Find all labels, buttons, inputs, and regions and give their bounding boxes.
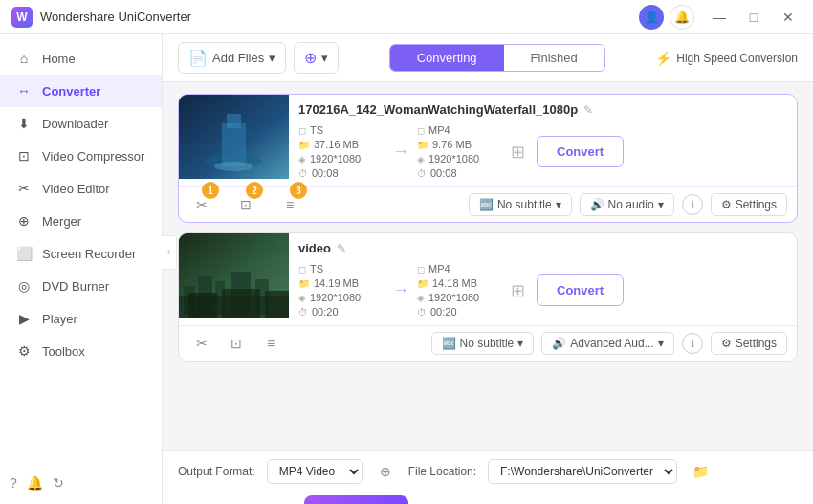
target-format-1: ◻ MP4 [417, 124, 503, 136]
close-button[interactable]: ✕ [775, 4, 802, 31]
sidebar-item-label: Toolbox [42, 344, 85, 359]
sidebar: ⌂ Home ↔ Converter ⬇ Downloader ⊡ Video … [0, 34, 163, 504]
file-meta-1: ◻ TS 📁 37.16 MB ◈ 1920*1080 [298, 124, 787, 179]
settings-icon-area-1: ⊞ [511, 142, 525, 163]
convert-button-2[interactable]: Convert [537, 274, 624, 306]
file-card-controls-2: ✂ ⊡ ≡ 🔤 No subtitle ▾ 🔊 Advanced Aud... … [179, 325, 797, 361]
sidebar-item-label: Player [42, 312, 77, 326]
sidebar-item-player[interactable]: ▶ Player [0, 302, 162, 335]
target-duration-1: ⏱ 00:08 [417, 167, 503, 179]
settings-button-2[interactable]: ⚙ Settings [711, 332, 787, 355]
target-size-2: 📁 14.18 MB [417, 277, 503, 289]
convert-button-1[interactable]: Convert [537, 136, 624, 167]
sidebar-item-label: Downloader [42, 117, 108, 131]
sidebar-item-downloader[interactable]: ⬇ Downloader [0, 107, 162, 140]
file-thumbnail-1 [179, 95, 289, 179]
effects-icon-2[interactable]: ≡ [257, 332, 284, 355]
file-card-top-2: video ✎ ◻ TS 📁 14.19 [179, 233, 797, 325]
converter-icon: ↔ [15, 83, 33, 99]
source-meta-1: ◻ TS 📁 37.16 MB ◈ 1920*1080 [298, 124, 385, 179]
source-duration-1: ⏱ 00:08 [298, 167, 385, 179]
sidebar-item-label: DVD Burner [42, 279, 109, 294]
toolbar: 📄 Add Files ▾ ⊕ ▾ Converting Finished ⚡ … [163, 34, 813, 82]
second-toolbar-button[interactable]: ⊕ ▾ [294, 42, 339, 74]
second-tb-icon: ⊕ [304, 49, 317, 67]
sidebar-item-label: Video Compressor [42, 149, 144, 164]
refresh-icon[interactable]: ↻ [53, 475, 64, 491]
content-area: 📄 Add Files ▾ ⊕ ▾ Converting Finished ⚡ … [163, 34, 813, 504]
sidebar-item-video-editor[interactable]: ✂ Video Editor [0, 172, 162, 205]
dvd-burner-icon: ◎ [15, 278, 33, 294]
file-info-1: 170216A_142_WomanWatchingWaterfall_1080p… [289, 95, 797, 186]
sidebar-item-video-compressor[interactable]: ⊡ Video Compressor [0, 140, 162, 172]
sidebar-item-merger[interactable]: ⊕ Merger [0, 205, 162, 237]
second-tb-dropdown: ▾ [321, 51, 328, 65]
app-title: Wondershare UniConverter [40, 10, 639, 24]
crop-badge-1: 2 [246, 182, 263, 199]
file-card-1: 170216A_142_WomanWatchingWaterfall_1080p… [178, 94, 798, 223]
t-size-icon: 📁 [417, 140, 428, 150]
dur-icon: ⏱ [298, 168, 308, 179]
subtitle-icon-1: 🔤 [479, 198, 494, 211]
info-icon-2[interactable]: ℹ [682, 333, 703, 354]
crop-icon-2[interactable]: ⊡ [223, 332, 250, 355]
sidebar-item-dvd-burner[interactable]: ◎ DVD Burner [0, 270, 162, 302]
file-location-select[interactable]: F:\Wondershare\UniConverter [488, 459, 677, 484]
file-thumbnail-2 [179, 233, 289, 318]
sidebar-item-label: Screen Recorder [42, 247, 136, 261]
target-duration-2: ⏱ 00:20 [417, 306, 503, 318]
file-edit-icon-1[interactable]: ✎ [583, 103, 593, 117]
bottom-bar: Output Format: MP4 Video ⊕ File Location… [163, 450, 813, 504]
file-edit-icon-2[interactable]: ✎ [337, 242, 346, 255]
source-resolution-1: ◈ 1920*1080 [298, 153, 385, 164]
subtitle-dropdown-1[interactable]: 🔤 No subtitle ▾ [469, 193, 572, 216]
format-icon: ◻ [298, 125, 306, 136]
bell-icon[interactable]: 🔔 [670, 5, 694, 30]
output-format-select[interactable]: MP4 Video [267, 459, 363, 484]
file-location-browse-icon[interactable]: 📁 [689, 460, 712, 483]
info-icon-1[interactable]: ℹ [682, 194, 703, 215]
output-settings-icon-1[interactable]: ⊞ [511, 142, 525, 163]
effects-badge-1: 3 [290, 182, 307, 199]
sidebar-item-screen-recorder[interactable]: ⬜ Screen Recorder [0, 237, 162, 270]
title-bar: W Wondershare UniConverter 👤 🔔 — □ ✕ [0, 0, 813, 34]
help-icon[interactable]: ? [10, 475, 17, 491]
home-icon: ⌂ [15, 51, 33, 66]
sidebar-item-home[interactable]: ⌂ Home [0, 42, 162, 75]
target-format-2: ◻ MP4 [417, 263, 503, 274]
merger-icon: ⊕ [15, 213, 33, 229]
subtitle-dropdown-2[interactable]: 🔤 No subtitle ▾ [431, 332, 535, 355]
file-card-2: video ✎ ◻ TS 📁 14.19 [178, 232, 798, 362]
screen-recorder-icon: ⬜ [15, 246, 33, 261]
sidebar-item-converter[interactable]: ↔ Converter [0, 75, 162, 107]
output-format-label: Output Format: [178, 465, 255, 478]
sidebar-footer: ? 🔔 ↻ [0, 470, 162, 496]
add-files-button[interactable]: 📄 Add Files ▾ [178, 42, 286, 74]
sidebar-toggle[interactable]: ‹ [162, 235, 177, 270]
audio-chevron-2: ▾ [658, 337, 664, 350]
notification-icon[interactable]: 🔔 [27, 475, 43, 491]
audio-dropdown-2[interactable]: 🔊 Advanced Aud... ▾ [541, 332, 673, 355]
svg-rect-3 [227, 114, 241, 128]
cut-icon-2[interactable]: ✂ [188, 332, 215, 355]
tab-group-container: Converting Finished [346, 44, 648, 72]
arrow-1: → [385, 142, 417, 162]
sidebar-item-toolbox[interactable]: ⚙ Toolbox [0, 335, 162, 367]
audio-dropdown-1[interactable]: 🔊 No audio ▾ [580, 193, 674, 216]
output-format-icon[interactable]: ⊕ [374, 460, 397, 483]
high-speed-conversion-button[interactable]: ⚡ High Speed Conversion [655, 51, 798, 66]
user-icon[interactable]: 👤 [639, 5, 664, 30]
tab-finished[interactable]: Finished [504, 45, 604, 71]
source-format-2: ◻ TS [298, 263, 385, 274]
minimize-button[interactable]: — [706, 4, 733, 31]
tab-converting[interactable]: Converting [390, 45, 504, 71]
audio-icon-2: 🔊 [552, 337, 566, 350]
toolbox-icon: ⚙ [15, 343, 33, 359]
high-speed-icon: ⚡ [655, 51, 671, 66]
t-dur-icon: ⏱ [417, 168, 427, 179]
start-all-button[interactable]: Start All [304, 495, 408, 504]
settings-button-1[interactable]: ⚙ Settings [711, 193, 787, 216]
settings-gear-icon-2: ⚙ [721, 337, 732, 350]
output-settings-icon-2[interactable]: ⊞ [511, 280, 525, 301]
maximize-button[interactable]: □ [740, 4, 767, 31]
